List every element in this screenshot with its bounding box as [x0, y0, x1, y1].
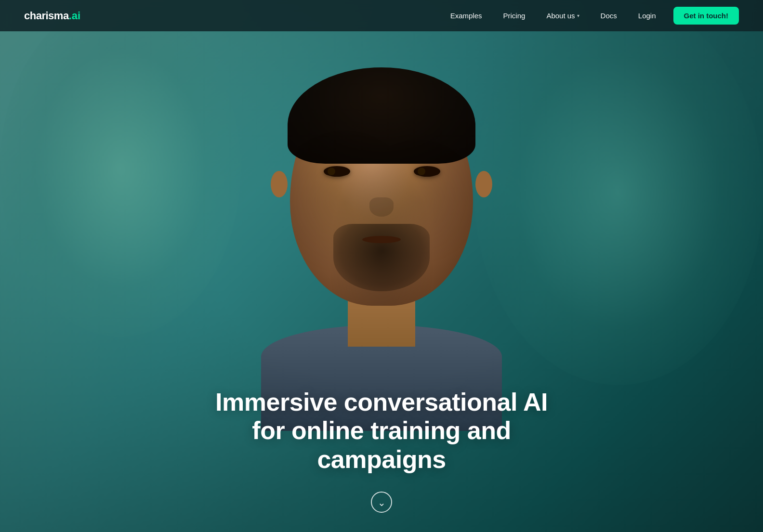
scroll-indicator[interactable]: ⌄: [371, 492, 392, 513]
nav-link-login[interactable]: Login: [630, 8, 665, 24]
logo-ai-text: ai: [72, 10, 80, 22]
character-face: [266, 75, 497, 436]
about-us-dropdown-arrow: ▾: [577, 13, 579, 18]
nav-link-pricing[interactable]: Pricing: [495, 8, 534, 24]
nav-links: Examples Pricing About us ▾ Docs Login G…: [442, 7, 739, 25]
get-in-touch-button[interactable]: Get in touch!: [673, 7, 739, 25]
bg-blob-left: [0, 0, 241, 337]
hero-headline: Immersive conversational AI for online t…: [213, 388, 550, 474]
hero-headline-line1: Immersive conversational AI: [215, 388, 548, 416]
character-ear-left: [271, 171, 288, 197]
character-ear-right: [475, 171, 492, 197]
navbar: charisma . ai Examples Pricing About us …: [0, 0, 763, 31]
hero-section: charisma . ai Examples Pricing About us …: [0, 0, 763, 532]
bg-blob-right: [474, 0, 763, 385]
nav-link-examples[interactable]: Examples: [442, 8, 491, 24]
chevron-down-icon: ⌄: [378, 498, 386, 507]
character-nose: [369, 197, 394, 217]
character-mouth: [362, 234, 401, 246]
logo-charisma-text: charisma: [24, 10, 69, 22]
scroll-circle: ⌄: [371, 492, 392, 513]
logo[interactable]: charisma . ai: [24, 10, 80, 22]
nav-link-about-us[interactable]: About us ▾: [538, 8, 588, 24]
hero-headline-line2: for online training and campaigns: [252, 416, 511, 473]
nav-link-docs[interactable]: Docs: [592, 8, 626, 24]
character-eye-right: [414, 166, 440, 177]
hero-text: Immersive conversational AI for online t…: [213, 388, 550, 474]
character-eye-left: [324, 166, 350, 177]
